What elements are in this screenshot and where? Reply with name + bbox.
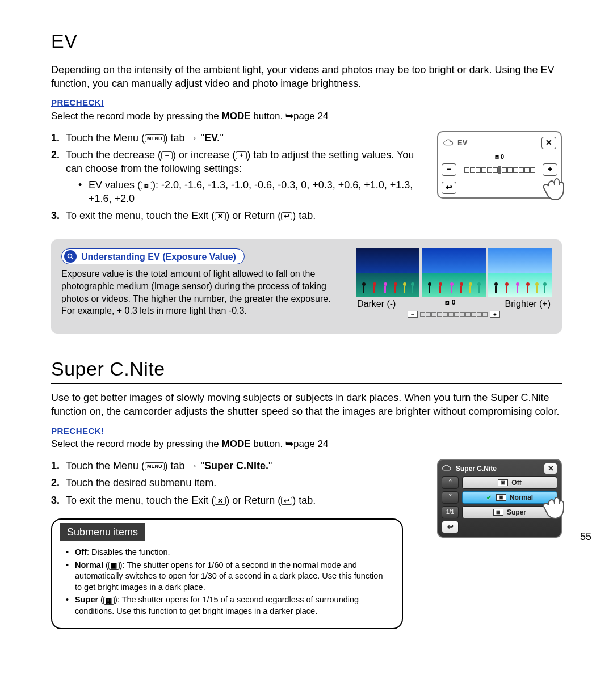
ev-step-2: Touch the decrease (−) or increase (+) t… <box>51 148 427 205</box>
sample-neutral <box>422 248 485 296</box>
return-icon: ↩ <box>281 497 292 505</box>
mini-ev-scale: − + <box>356 311 552 318</box>
scn-device-panel: Super C.Nite ✕ ˄ ▣ Off ˅ ▣ Normal 1/1 ▦ … <box>437 459 562 538</box>
ev-symbol-icon: ⧈ <box>141 182 152 189</box>
caption-darker: Darker (-) <box>357 298 396 310</box>
mini-minus-icon: − <box>408 311 418 318</box>
info-chip: Understanding EV (Exposure Value) <box>61 248 245 264</box>
mini-plus-icon: + <box>490 311 500 318</box>
exit-icon: ✕ <box>215 497 226 505</box>
ev-step-1: Touch the Menu (MENU) tab → "EV." <box>51 131 427 145</box>
hand-pointer-icon <box>537 488 573 524</box>
section-title-ev: EV <box>51 28 562 56</box>
svg-line-1 <box>72 258 73 259</box>
scn-page-indicator: 1/1 <box>442 506 459 518</box>
exit-icon: ✕ <box>215 212 226 220</box>
return-icon: ↩ <box>281 212 292 220</box>
ev-panel-return-button[interactable]: ↩ <box>442 182 456 194</box>
precheck-label-scn: PRECHECK! <box>51 425 562 437</box>
scn-step-2: Touch the desired submenu item. <box>51 476 427 490</box>
scn-scroll-down-button[interactable]: ˅ <box>442 491 459 504</box>
submenu-heading: Submenu items <box>60 523 145 541</box>
scn-intro: Use to get better images of slowly movin… <box>51 391 562 419</box>
sample-darker <box>356 248 419 296</box>
scn-item-off[interactable]: ▣ Off <box>462 476 557 489</box>
super-mode-icon: ▦ <box>493 509 503 516</box>
caption-brighter: Brighter (+) <box>505 298 551 310</box>
ev-indicator: ⧈ 0 <box>442 153 557 161</box>
ev-device-panel: EV ✕ ⧈ 0 − + ↩ <box>437 131 562 199</box>
section-title-scn: Super C.Nite <box>51 356 562 384</box>
minus-icon: − <box>161 151 173 159</box>
sample-brighter <box>488 248 552 296</box>
precheck-note-ev: Select the record mode by pressing the M… <box>51 110 562 123</box>
super-mode-icon: ▦ <box>103 597 115 605</box>
menu-icon: MENU <box>145 462 165 470</box>
menu-icon: MENU <box>145 134 165 142</box>
scn-scroll-up-button[interactable]: ˄ <box>442 476 459 489</box>
ev-values-bullet: EV values (⧈): -2.0, -1.6, -1.3, -1.0, -… <box>78 178 427 206</box>
ev-step-3: To exit the menu, touch the Exit (✕) or … <box>51 209 427 222</box>
cloud-icon <box>442 465 453 472</box>
scn-panel-close-button[interactable]: ✕ <box>544 463 557 474</box>
normal-mode-icon: ▣ <box>496 494 506 501</box>
scn-step-3: To exit the menu, touch the Exit (✕) or … <box>51 494 427 507</box>
normal-mode-icon: ▣ <box>108 562 120 570</box>
magnifier-icon <box>64 250 77 263</box>
plus-icon: + <box>236 151 247 159</box>
submenu-box: Submenu items Off: Disables the function… <box>51 518 403 629</box>
scn-panel-return-button[interactable]: ↩ <box>442 521 459 533</box>
submenu-item-normal: Normal (▣): The shutter opens for 1/60 o… <box>66 560 392 593</box>
info-box-ev: Understanding EV (Exposure Value) Exposu… <box>51 239 562 334</box>
exposure-sample-strip: Darker (-) ⧈ 0 Brighter (+) − + <box>356 248 552 318</box>
precheck-note-scn: Select the record mode by pressing the M… <box>51 438 562 451</box>
scn-step-1: Touch the Menu (MENU) tab → "Super C.Nit… <box>51 459 427 473</box>
precheck-label-ev: PRECHECK! <box>51 97 562 108</box>
ev-scale[interactable] <box>460 165 539 174</box>
caption-mid: ⧈ 0 <box>445 298 455 310</box>
ev-decrease-button[interactable]: − <box>442 163 456 176</box>
cloud-icon: EV <box>443 138 467 148</box>
ev-intro: Depending on the intensity of the ambien… <box>51 63 562 91</box>
ev-steps: Touch the Menu (MENU) tab → "EV." Touch … <box>51 131 427 223</box>
off-mode-icon: ▣ <box>498 479 508 486</box>
submenu-item-off: Off: Disables the function. <box>66 547 392 558</box>
page-number: 55 <box>580 530 591 543</box>
scn-panel-title: Super C.Nite <box>442 464 497 473</box>
info-text: Exposure value is the total amount of li… <box>61 268 346 317</box>
scn-steps: Touch the Menu (MENU) tab → "Super C.Nit… <box>51 459 427 507</box>
submenu-item-super: Super (▦): The shutter opens for 1/15 of… <box>66 594 392 617</box>
ev-panel-close-button[interactable]: ✕ <box>541 137 556 149</box>
hand-pointer-icon <box>537 169 573 205</box>
svg-point-0 <box>68 254 72 258</box>
